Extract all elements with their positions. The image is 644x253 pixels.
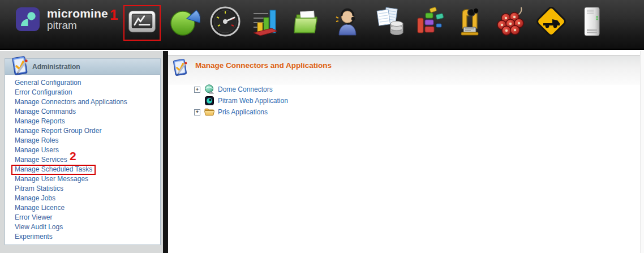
toolbar-button-administration[interactable] [123, 5, 161, 41]
sidebar-item-manage-users[interactable]: Manage Users [5, 145, 160, 155]
sidebar-item-manage-report-group-order[interactable]: Manage Report Group Order [5, 126, 160, 136]
toolbar-button-server[interactable] [576, 5, 608, 41]
sidebar-item-experiments[interactable]: Experiments [5, 232, 160, 242]
operator-headset-icon [332, 6, 363, 40]
pie-chart-icon [169, 6, 200, 40]
truck-warning-sign-icon [535, 6, 567, 40]
toolbar-button-pie-chart[interactable] [168, 5, 201, 41]
toolbar-button-gauge[interactable] [209, 5, 242, 41]
gauge-icon [209, 6, 241, 40]
micromine-logo-icon [16, 7, 40, 31]
sidebar-item-error-viewer[interactable]: Error Viewer [5, 213, 160, 222]
monitor-m-logo-icon [126, 8, 158, 38]
sidebar-item-manage-services[interactable]: Manage Services [5, 155, 160, 165]
toolbar-icons-row [168, 5, 608, 41]
main-content: Manage Connectors and Applications + Dom… [168, 51, 644, 253]
brand-name: micromine [47, 7, 108, 20]
spreadsheets-database-icon [372, 6, 404, 40]
brand-product: pitram [47, 20, 108, 31]
toolbar-button-bar-chart[interactable] [250, 5, 282, 41]
toolbar-button-color-blocks[interactable] [413, 5, 445, 41]
brand-text: micromine pitram [47, 7, 108, 31]
sidebar-item-manage-licence[interactable]: Manage Licence [5, 203, 160, 213]
sidebar-item-manage-connectors-and-applications[interactable]: Manage Connectors and Applications [5, 97, 160, 107]
bar-chart-icon [250, 6, 282, 40]
tree-item-dome-connectors[interactable]: + Dome Connectors [168, 84, 644, 95]
sidebar-item-manage-scheduled-tasks[interactable]: Manage Scheduled Tasks [5, 165, 160, 174]
annotation-step-2: 2 [70, 149, 76, 163]
annotation-step-2-box: Manage Scheduled Tasks [11, 165, 96, 175]
sidebar-region: Administration General Configuration Err… [0, 51, 163, 253]
sidebar-item-manage-roles[interactable]: Manage Roles [5, 136, 160, 145]
toolbar-button-spreadsheets-database[interactable] [372, 5, 405, 41]
workspace: Administration General Configuration Err… [0, 51, 644, 253]
color-blocks-icon [413, 6, 445, 40]
sidebar-item-manage-reports[interactable]: Manage Reports [5, 117, 160, 126]
yellow-folder-icon [204, 107, 214, 117]
toolbar-button-explosives[interactable] [494, 5, 527, 41]
tree-item-label[interactable]: Dome Connectors [218, 85, 273, 93]
annotation-step-1: 1 [110, 6, 118, 24]
top-toolbar: micromine pitram 1 [0, 0, 644, 50]
sidebar-item-manage-commands[interactable]: Manage Commands [5, 107, 160, 117]
sidebar-title: Administration [32, 63, 80, 71]
vertical-divider [163, 51, 168, 253]
content-header: Manage Connectors and Applications [168, 55, 644, 85]
tree-item-pitram-web-application[interactable]: Pitram Web Application [168, 95, 644, 106]
green-folder-icon [291, 6, 323, 40]
clipboard-check-icon [170, 57, 190, 80]
sidebar-item-manage-user-messages[interactable]: Manage User Messages [5, 174, 160, 184]
pitram-app-icon [204, 96, 214, 106]
toolbar-button-green-folder[interactable] [290, 5, 323, 41]
server-tower-icon [576, 6, 608, 40]
administration-panel-header: Administration [5, 59, 160, 75]
explosives-bundle-icon [495, 6, 526, 40]
sidebar-item-pitram-statistics[interactable]: Pitram Statistics [5, 184, 160, 194]
expand-plus-icon[interactable]: + [194, 87, 200, 93]
administration-menu: General Configuration Error Configuratio… [5, 75, 160, 242]
scrollbar-track[interactable] [640, 51, 644, 253]
toolbar-button-operator[interactable] [331, 5, 364, 41]
page-title: Manage Connectors and Applications [195, 61, 332, 70]
globe-dome-icon [204, 84, 214, 95]
clipboard-check-icon [9, 54, 31, 79]
tree-item-pris-applications[interactable]: + Pris Applications [168, 106, 644, 118]
pitram-admin-screen: micromine pitram 1 [0, 0, 644, 253]
brand-logo: micromine pitram [16, 7, 108, 31]
administration-panel: Administration General Configuration Err… [5, 58, 161, 245]
sidebar-item-error-configuration[interactable]: Error Configuration [5, 88, 160, 97]
tree-item-label[interactable]: Pitram Web Application [218, 97, 288, 105]
sidebar-item-view-audit-logs[interactable]: View Audit Logs [5, 222, 160, 232]
survey-instrument-icon [454, 6, 486, 40]
toolbar-button-survey-instrument[interactable] [453, 5, 486, 41]
toolbar-button-truck-warning[interactable] [535, 5, 568, 41]
connectors-tree: + Dome Connectors [168, 84, 644, 118]
tree-item-label[interactable]: Pris Applications [218, 108, 268, 116]
sidebar-item-general-configuration[interactable]: General Configuration [5, 78, 160, 88]
sidebar-item-manage-jobs[interactable]: Manage Jobs [5, 194, 160, 203]
expand-plus-icon[interactable]: + [194, 109, 200, 115]
